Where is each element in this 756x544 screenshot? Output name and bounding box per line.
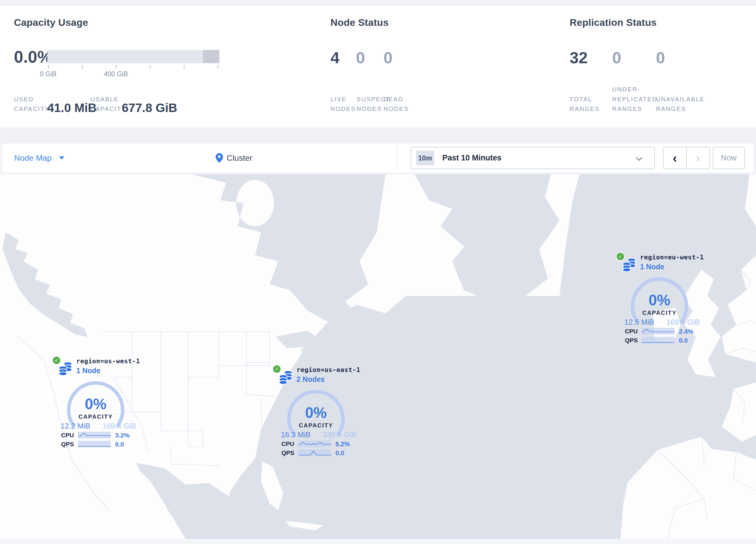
region-usable-capacity: 169.4 GiB [102,422,136,431]
cpu-metric-row: CPU 3.2% [51,432,141,439]
time-range-badge: 10m [416,150,434,165]
database-icon [279,370,294,385]
node-status-title: Node Status [330,17,389,28]
region-node-count: 1 Node [76,367,100,375]
time-step-buttons: ‹ › [663,147,710,169]
live-nodes-count: 4 [330,48,339,67]
usable-capacity-value: 677.8 GiB [122,101,177,115]
node-map-page: Capacity Usage 0.0% 0 GiB 400 GiB USED C… [0,0,756,544]
under-replicated-label: UNDER-REPLICATED RANGES [612,84,653,114]
axis-label-400: 400 GiB [101,70,130,78]
region-capacity-label: CAPACITY [271,422,361,429]
chevron-down-icon [59,156,64,159]
region-marker-eu-west-1[interactable]: ✓ region=eu-west-1 1 Node 0% CAPACITY 12… [615,251,704,347]
axis-tick [82,65,83,69]
region-marker-us-east-1[interactable]: ✓ region=us-east-1 2 Nodes 0% CAPACITY 1… [271,363,361,459]
region-usable-capacity: 169.4 GiB [666,318,700,327]
replication-status-title: Replication Status [570,17,657,28]
used-capacity-value: 41.0 MiB [47,101,97,115]
time-range-label: Past 10 Minutes [442,153,501,162]
capacity-bar [47,50,219,63]
toolbar-divider [397,146,397,170]
time-range-dropdown[interactable]: 10m Past 10 Minutes [411,147,655,169]
cpu-metric-row: CPU 2.4% [615,328,704,335]
dead-nodes-count: 0 [384,48,392,67]
qps-metric-row: QPS 0.0 [271,449,361,456]
qps-value: 0.0 [335,449,344,457]
qps-value: 0.0 [115,441,124,448]
location-pin-icon [215,153,223,163]
now-button[interactable]: Now [713,147,745,169]
cpu-value: 2.4% [679,328,693,336]
axis-tick [218,65,218,69]
qps-metric-row: QPS 0.0 [51,441,141,448]
region-usable-capacity: 338.9 GiB [323,430,356,439]
qps-metric-row: QPS 0.0 [615,337,704,344]
capacity-usage-title: Capacity Usage [14,17,88,28]
breadcrumb-label: Cluster [227,153,252,163]
region-capacity-percent: 0% [271,404,361,421]
total-ranges-count: 32 [570,48,588,67]
axis-label-zero: 0 GiB [37,70,60,78]
cpu-value: 3.2% [115,432,130,439]
total-ranges-label: TOTAL RANGES [570,94,603,114]
suspect-nodes-count: 0 [356,48,365,67]
region-node-count: 1 Node [640,262,664,271]
database-icon [622,257,637,273]
region-node-count: 2 Nodes [297,375,325,384]
cpu-metric-row: CPU 5.2% [271,440,361,447]
view-selector-label: Node Map [14,153,52,163]
qps-sparkline [642,337,675,344]
region-marker-us-west-1[interactable]: ✓ region=us-west-1 1 Node 0% CAPACITY 12… [51,355,141,450]
qps-sparkline [298,449,331,456]
under-replicated-count: 0 [612,48,621,67]
cpu-sparkline [642,328,675,335]
region-used-capacity: 12.2 MiB [61,422,90,431]
qps-sparkline [78,441,111,447]
cluster-summary-panel: Capacity Usage 0.0% 0 GiB 400 GiB USED C… [0,6,756,128]
region-used-capacity: 16.3 MiB [281,430,311,439]
unavailable-label: UNAVAILABLE RANGES [656,94,704,114]
cpu-sparkline [78,432,111,438]
region-capacity-percent: 0% [615,291,704,309]
region-capacity-label: CAPACITY [51,414,141,420]
cpu-label: CPU [271,440,294,447]
axis-tick [150,65,150,69]
region-name: region=eu-west-1 [640,253,704,261]
axis-tick [116,65,117,69]
qps-label: QPS [51,441,74,448]
chevron-down-icon [636,155,642,161]
region-capacity-label: CAPACITY [615,310,704,316]
live-nodes-label: LIVE NODES [330,94,358,114]
region-capacity-percent: 0% [51,395,141,413]
breadcrumb[interactable]: Cluster [215,143,252,173]
unavailable-count: 0 [656,48,665,67]
region-name: region=us-west-1 [76,358,140,365]
qps-label: QPS [271,449,294,456]
map-footer-strip [0,539,756,544]
axis-tick [184,65,184,69]
axis-tick [48,65,49,69]
map-toolbar: Node Map Cluster 10m Past 10 Minutes ‹ ›… [2,143,754,173]
capacity-bar-reserved-segment [203,50,219,63]
capacity-percent: 0.0% [14,47,52,66]
qps-value: 0.0 [679,337,688,345]
cpu-label: CPU [615,328,638,335]
dead-nodes-label: DEAD NODES [384,94,414,114]
region-used-capacity: 12.5 MiB [624,318,654,327]
database-icon [58,361,73,377]
cpu-label: CPU [51,432,74,439]
chevron-right-icon[interactable]: › [687,147,709,168]
cpu-sparkline [298,440,331,447]
node-map-canvas: ✓ region=us-west-1 1 Node 0% CAPACITY 12… [0,174,756,544]
view-selector-dropdown[interactable]: Node Map [14,143,64,173]
qps-label: QPS [615,337,638,344]
chevron-left-icon[interactable]: ‹ [664,147,687,168]
region-name: region=us-east-1 [297,366,360,374]
cpu-value: 5.2% [335,440,350,448]
